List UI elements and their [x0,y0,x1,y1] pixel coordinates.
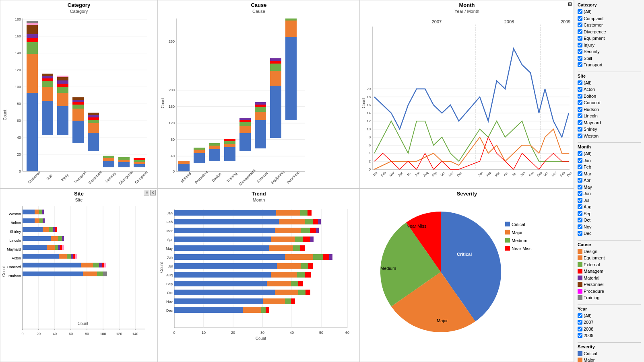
month-mar[interactable]: Mar [578,171,641,177]
month-nov[interactable]: Nov [578,224,641,230]
svg-text:4: 4 [369,151,371,155]
svg-rect-321 [174,290,275,295]
svg-text:120: 120 [15,68,21,72]
svg-text:2: 2 [369,159,371,163]
svg-rect-65 [118,162,130,167]
svg-text:Concord: Concord [7,265,21,269]
site-lincoln[interactable]: Lincoln [578,113,641,119]
svg-text:40: 40 [17,136,21,140]
svg-rect-55 [88,123,99,133]
svg-text:20: 20 [367,87,371,91]
year-2008[interactable]: 2008 [578,326,641,333]
svg-text:Critical: Critical [512,222,525,227]
svg-rect-43 [57,80,68,84]
svg-rect-213 [39,218,43,223]
severity-panel: Severity [360,189,574,362]
cause-procedure[interactable]: Procedure [578,288,641,295]
category-injury[interactable]: Injury [578,42,641,49]
svg-rect-236 [67,254,71,259]
svg-text:50: 50 [319,331,323,335]
month-all[interactable]: (All) [578,150,641,157]
month-jun[interactable]: Jun [578,190,641,197]
site-weston[interactable]: Weston [578,133,641,140]
site-drag-btn[interactable]: ⠿ [144,190,149,195]
category-equipment[interactable]: Equipment [578,35,641,42]
month-may[interactable]: May [578,184,641,191]
svg-rect-302 [293,245,300,251]
month-feb[interactable]: Feb [578,164,641,171]
cause-management[interactable]: Managem. [578,268,641,275]
month-oct[interactable]: Oct [578,217,641,224]
svg-rect-318 [267,281,291,286]
svg-text:Apr: Apr [397,171,403,177]
severity-critical[interactable]: Critical [578,350,641,357]
svg-rect-245 [102,263,104,267]
month-apr[interactable]: Apr [578,177,641,184]
svg-rect-242 [81,263,93,267]
category-customer[interactable]: Customer [578,22,641,29]
svg-rect-54 [88,133,99,151]
svg-rect-218 [49,227,53,232]
svg-rect-124 [285,21,297,37]
cause-personnel[interactable]: Personnel [578,281,641,288]
svg-rect-206 [23,210,35,214]
month-sep[interactable]: Sep [578,210,641,217]
month-dec[interactable]: Dec [578,230,641,237]
category-transport[interactable]: Transport [578,62,641,68]
cause-external[interactable]: External [578,261,641,268]
site-hudson[interactable]: Hudson [578,106,641,113]
site-filter-section: Site (All) Acton Bolton Concord Hudson L… [578,74,641,140]
svg-rect-45 [57,76,68,77]
svg-text:18: 18 [367,95,371,99]
month-aug[interactable]: Aug [578,204,641,210]
cause-design[interactable]: Design [578,248,641,255]
svg-text:14: 14 [367,111,371,115]
cause-design-color [578,249,582,254]
svg-text:Design: Design [211,172,222,183]
svg-rect-230 [58,245,60,250]
expand-icon[interactable]: ⊞ [568,1,572,7]
month-jan[interactable]: Jan [578,157,641,164]
svg-rect-222 [23,236,51,241]
severity-major[interactable]: Major [578,357,641,362]
svg-rect-61 [103,161,114,167]
month-jul[interactable]: Jul [578,197,641,204]
site-acton[interactable]: Acton [578,86,641,93]
cause-equipment[interactable]: Equipment [578,255,641,261]
svg-rect-97 [209,146,220,149]
svg-rect-229 [55,245,58,250]
svg-text:Acton: Acton [12,256,21,260]
site-close-btn[interactable]: ✕ [150,190,156,195]
svg-text:Feb: Feb [166,220,173,224]
cause-material[interactable]: Material [578,275,641,282]
svg-rect-310 [277,263,301,269]
site-concord[interactable]: Concord [578,99,641,106]
category-spill[interactable]: Spill [578,55,641,62]
svg-rect-121 [270,58,281,61]
site-all[interactable]: (All) [578,80,641,86]
svg-text:16: 16 [367,103,371,107]
site-bolton[interactable]: Bolton [578,93,641,100]
svg-rect-28 [27,25,38,34]
svg-rect-293 [310,228,316,233]
site-maynard[interactable]: Maynard [578,119,641,126]
svg-rect-56 [88,120,99,123]
svg-text:Count: Count [361,97,366,108]
category-complaint[interactable]: Complaint [578,15,641,22]
month-filter-section: Month (All) Jan Feb Mar Apr May Jun Jul … [578,144,641,237]
category-all[interactable]: (All) [578,8,641,15]
svg-rect-96 [209,149,220,161]
svg-rect-328 [291,298,295,304]
cause-training[interactable]: Training [578,294,641,301]
year-2009[interactable]: 2009 [578,332,641,339]
year-2007[interactable]: 2007 [578,319,641,326]
svg-rect-317 [174,281,267,286]
svg-rect-32 [42,101,53,135]
svg-text:0: 0 [173,331,175,335]
divider-2 [578,142,641,143]
svg-rect-207 [35,210,39,214]
category-divergence[interactable]: Divergence [578,29,641,35]
year-all[interactable]: (All) [578,313,641,319]
category-security[interactable]: Security [578,48,641,55]
site-shirley[interactable]: Shirley [578,126,641,133]
